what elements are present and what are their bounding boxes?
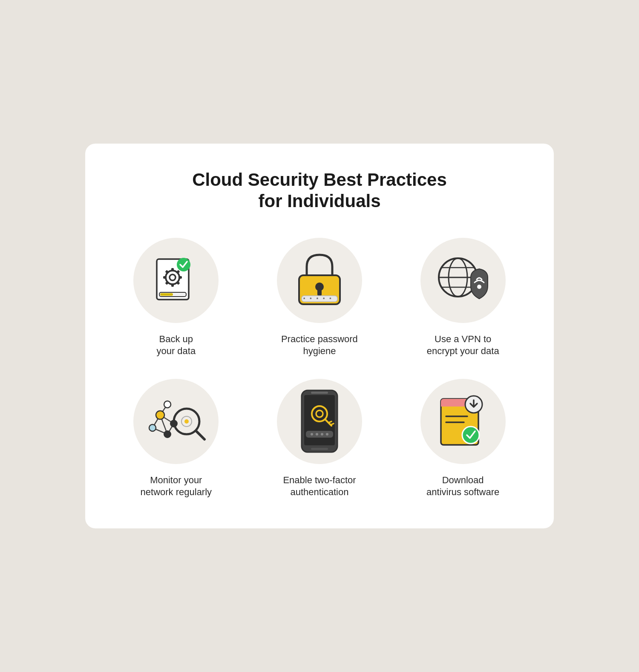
item-vpn: Use a VPN to encrypt your data (397, 238, 528, 358)
icon-circle-2fa (277, 379, 362, 464)
main-card: Cloud Security Best Practices for Indivi… (85, 144, 554, 528)
password-label: Practice password hygiene (281, 333, 358, 358)
vpn-label: Use a VPN to encrypt your data (427, 333, 499, 358)
svg-rect-42 (311, 392, 328, 394)
2fa-label: Enable two-factor authentication (283, 474, 356, 499)
svg-point-50 (311, 433, 313, 436)
network-icon (144, 392, 208, 451)
svg-rect-49 (306, 431, 333, 438)
svg-point-24 (477, 285, 481, 289)
svg-point-34 (164, 431, 171, 438)
svg-point-33 (149, 424, 156, 431)
svg-point-53 (326, 433, 328, 436)
page-title: Cloud Security Best Practices for Indivi… (111, 169, 528, 212)
password-icon: * * * * * (294, 251, 345, 310)
svg-rect-9 (163, 276, 167, 279)
svg-line-37 (196, 431, 204, 439)
practices-grid: Back up your data * * * * * Practice (111, 238, 528, 499)
svg-point-61 (462, 427, 479, 444)
svg-point-32 (164, 401, 171, 408)
backup-label: Back up your data (156, 333, 196, 358)
svg-rect-12 (160, 293, 173, 296)
network-label: Monitor your network regularly (141, 474, 212, 499)
item-password: * * * * * Practice password hygiene (254, 238, 385, 358)
svg-point-51 (316, 433, 318, 436)
svg-point-31 (156, 411, 164, 419)
icon-circle-network (133, 379, 219, 464)
svg-rect-5 (178, 276, 182, 279)
svg-rect-43 (311, 448, 328, 450)
svg-point-13 (177, 258, 190, 271)
antivirus-label: Download antivirus software (426, 474, 499, 499)
item-antivirus: Download antivirus software (397, 379, 528, 499)
icon-circle-backup (133, 238, 219, 323)
icon-circle-vpn (420, 238, 506, 323)
svg-rect-3 (171, 268, 174, 271)
svg-point-39 (184, 419, 189, 424)
item-2fa: Enable two-factor authentication (254, 379, 385, 499)
item-backup: Back up your data (111, 238, 242, 358)
svg-rect-7 (171, 283, 174, 287)
2fa-icon (298, 388, 341, 454)
svg-rect-16 (317, 289, 322, 296)
icon-circle-antivirus (420, 379, 506, 464)
svg-point-52 (321, 433, 323, 436)
antivirus-icon (433, 392, 493, 450)
svg-text:* * * * *: * * * * * (303, 297, 333, 302)
vpn-icon (433, 253, 493, 308)
icon-circle-password: * * * * * (277, 238, 362, 323)
item-network: Monitor your network regularly (111, 379, 242, 499)
svg-rect-41 (304, 395, 335, 445)
backup-icon (148, 253, 204, 308)
